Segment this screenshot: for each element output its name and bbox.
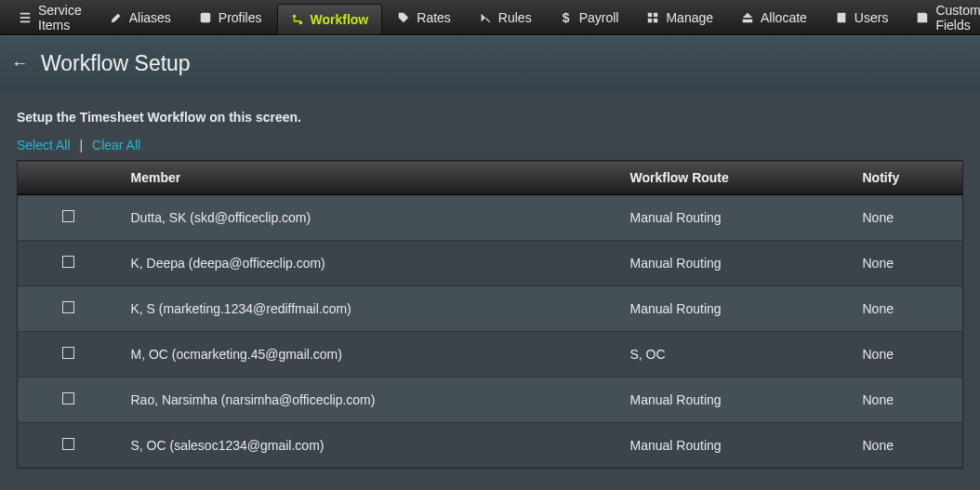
table-row: K, Deepa (deepa@officeclip.com) Manual R… <box>18 241 963 286</box>
nav-rates[interactable]: Rates <box>384 0 464 34</box>
tag-icon <box>397 11 410 24</box>
row-checkbox[interactable] <box>62 256 74 268</box>
header-checkbox <box>18 161 120 195</box>
cell-notify: None <box>852 332 963 377</box>
table-row: K, S (marketing.1234@rediffmail.com) Man… <box>18 286 963 332</box>
nav-label: Workflow <box>311 12 369 27</box>
nav-label: Manage <box>666 10 713 25</box>
svg-rect-10 <box>837 12 845 22</box>
nav-service-items[interactable]: Service Items <box>6 0 95 34</box>
cell-member: S, OC (salesoc1234@gmail.com) <box>120 423 619 469</box>
cell-member: Rao, Narsimha (narsimha@officeclip.com) <box>120 377 619 423</box>
cell-notify: None <box>852 423 963 469</box>
cell-route: Manual Routing <box>619 241 852 286</box>
cell-notify: None <box>852 286 963 332</box>
cell-notify: None <box>852 377 963 423</box>
header-member: Member <box>120 161 619 195</box>
nav-workflow[interactable]: Workflow <box>277 4 383 34</box>
cell-route: Manual Routing <box>619 195 852 241</box>
select-all-link[interactable]: Select All <box>17 138 71 152</box>
cell-route: Manual Routing <box>619 423 852 469</box>
table-row: S, OC (salesoc1234@gmail.com) Manual Rou… <box>18 423 963 469</box>
row-checkbox[interactable] <box>62 347 74 359</box>
nav-users[interactable]: Users <box>822 0 902 34</box>
nav-rules[interactable]: Rules <box>466 0 545 34</box>
cell-member: Dutta, SK (skd@officeclip.com) <box>120 195 619 241</box>
svg-rect-2 <box>20 20 31 22</box>
cell-notify: None <box>852 241 963 286</box>
row-checkbox[interactable] <box>62 210 74 222</box>
selection-links: Select All | Clear All <box>17 138 963 152</box>
clear-all-link[interactable]: Clear All <box>92 138 140 152</box>
cell-route: Manual Routing <box>619 286 852 332</box>
table-row: Dutta, SK (skd@officeclip.com) Manual Ro… <box>18 195 963 241</box>
hammer-icon <box>479 11 492 24</box>
row-checkbox[interactable] <box>62 438 74 450</box>
back-arrow-icon[interactable]: ← <box>11 54 28 73</box>
header-notify: Notify <box>852 161 963 195</box>
content-area: Setup the Timesheet Workflow on this scr… <box>0 93 980 469</box>
nav-custom-fields[interactable]: Custom Fields <box>903 0 980 34</box>
users-icon <box>835 11 848 24</box>
cell-notify: None <box>852 195 963 241</box>
nav-label: Users <box>854 10 889 25</box>
cell-route: Manual Routing <box>619 377 852 423</box>
table-header-row: Member Workflow Route Notify <box>18 161 963 195</box>
svg-rect-1 <box>20 17 31 19</box>
cell-member: K, S (marketing.1234@rediffmail.com) <box>120 286 619 332</box>
nav-label: Payroll <box>579 10 619 25</box>
nav-label: Profiles <box>219 10 262 25</box>
save-icon <box>916 11 929 24</box>
svg-rect-9 <box>654 18 657 21</box>
cell-member: K, Deepa (deepa@officeclip.com) <box>120 241 619 286</box>
nav-label: Service Items <box>38 3 82 33</box>
pencil-icon <box>110 11 123 24</box>
profile-icon <box>199 11 212 24</box>
instruction-text: Setup the Timesheet Workflow on this scr… <box>17 110 963 125</box>
link-separator: | <box>73 138 88 152</box>
cell-route: S, OC <box>619 332 852 377</box>
nav-label: Aliases <box>129 10 171 25</box>
header-route: Workflow Route <box>619 161 852 195</box>
row-checkbox[interactable] <box>62 392 74 404</box>
allocate-icon <box>741 11 754 24</box>
nav-allocate[interactable]: Allocate <box>728 0 820 34</box>
svg-rect-0 <box>20 12 31 14</box>
cell-member: M, OC (ocmarketing.45@gmail.com) <box>120 332 619 377</box>
title-bar: ← Workflow Setup <box>0 35 980 93</box>
nav-payroll[interactable]: $ Payroll <box>547 0 632 34</box>
list-icon <box>19 11 32 24</box>
svg-rect-7 <box>654 12 657 16</box>
flow-icon <box>291 13 304 26</box>
table-row: Rao, Narsimha (narsimha@officeclip.com) … <box>18 377 963 423</box>
nav-label: Rules <box>498 10 532 25</box>
nav-profiles[interactable]: Profiles <box>186 0 275 34</box>
row-checkbox[interactable] <box>62 301 74 313</box>
svg-rect-8 <box>648 18 652 21</box>
svg-point-4 <box>292 15 296 19</box>
page-title: Workflow Setup <box>41 51 191 76</box>
nav-manage[interactable]: Manage <box>633 0 726 34</box>
dollar-icon: $ <box>560 11 573 24</box>
nav-label: Allocate <box>761 10 807 25</box>
table-row: M, OC (ocmarketing.45@gmail.com) S, OC N… <box>18 332 963 377</box>
nav-label: Custom Fields <box>935 3 980 33</box>
nav-label: Rates <box>417 10 451 25</box>
svg-rect-3 <box>201 12 211 22</box>
top-nav: Service Items Aliases Profiles Workflow … <box>0 0 980 35</box>
nav-aliases[interactable]: Aliases <box>97 0 184 34</box>
grid-icon <box>646 11 659 24</box>
workflow-table: Member Workflow Route Notify Dutta, SK (… <box>17 160 963 469</box>
svg-rect-6 <box>648 12 652 16</box>
